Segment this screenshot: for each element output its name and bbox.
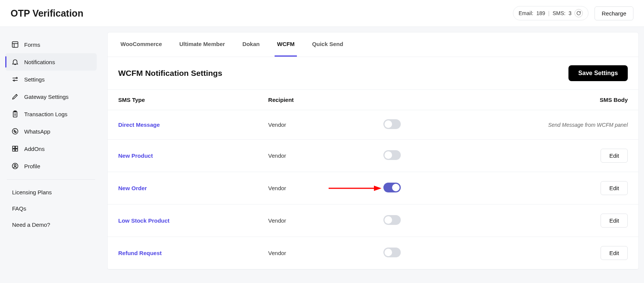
sms-credit-value: 3 [568, 10, 571, 16]
tab-ultimate-member[interactable]: Ultimate Member [177, 32, 227, 57]
sidebar-item-profile[interactable]: Profile [5, 157, 97, 175]
settings-table: SMS Type Recipient SMS Body Direct Messa… [108, 90, 638, 269]
sidebar-link-demo[interactable]: Need a Demo? [5, 217, 97, 233]
header-actions: Email:189 | SMS: 3 Recharge [513, 6, 633, 20]
col-toggle [354, 90, 430, 110]
sidebar-item-label: AddOns [24, 146, 45, 152]
svg-point-10 [14, 165, 16, 166]
clipboard-icon [11, 110, 19, 118]
sidebar-divider [7, 179, 95, 180]
sms-type-link[interactable]: Refund Request [118, 250, 162, 256]
table-row: Refund RequestVendorEdit [108, 237, 638, 269]
sidebar-item-label: Gateway Settings [24, 94, 69, 100]
tab-woocommerce[interactable]: WooCommerce [118, 32, 164, 57]
svg-marker-12 [374, 186, 381, 191]
tabs-bar: WooCommerce Ultimate Member Dokan WCFM Q… [108, 32, 638, 57]
recipient-cell: Vendor [258, 205, 354, 237]
page-header: OTP Verification Email:189 | SMS: 3 Rech… [0, 0, 644, 27]
sidebar-item-label: WhatsApp [24, 128, 50, 135]
table-row: Direct MessageVendorSend Message from WC… [108, 110, 638, 140]
col-recipient: Recipient [258, 90, 354, 110]
panel-header: WCFM Notification Settings Save Settings [108, 57, 638, 90]
grid-icon [11, 145, 19, 152]
panel-title: WCFM Notification Settings [118, 69, 222, 78]
sms-type-link[interactable]: New Product [118, 152, 153, 159]
table-row: New OrderVendorEdit [108, 172, 638, 205]
whatsapp-icon [11, 128, 19, 135]
email-credit-value: 189 [536, 10, 545, 16]
table-row: Low Stock ProductVendorEdit [108, 205, 638, 237]
recipient-cell: Vendor [258, 110, 354, 140]
sms-type-link[interactable]: New Order [118, 185, 147, 191]
enable-toggle[interactable] [383, 248, 401, 257]
tab-dokan[interactable]: Dokan [240, 32, 262, 57]
save-settings-button[interactable]: Save Settings [568, 65, 628, 81]
svg-rect-8 [15, 149, 18, 151]
sidebar-item-whatsapp[interactable]: WhatsApp [5, 123, 97, 140]
sidebar-item-transaction-logs[interactable]: Transaction Logs [5, 105, 97, 123]
col-sms-body: SMS Body [430, 90, 638, 110]
recipient-cell: Vendor [258, 172, 354, 205]
sidebar-item-label: Notifications [24, 59, 55, 65]
sidebar-item-gateway[interactable]: Gateway Settings [5, 88, 97, 105]
user-icon [11, 162, 19, 170]
sms-type-link[interactable]: Direct Message [118, 122, 160, 128]
page-title: OTP Verification [11, 8, 83, 19]
pen-icon [11, 93, 19, 100]
edit-button[interactable]: Edit [601, 246, 628, 260]
credit-balance-pill: Email:189 | SMS: 3 [513, 6, 588, 20]
sidebar-item-notifications[interactable]: Notifications [5, 53, 97, 71]
tab-wcfm[interactable]: WCFM [275, 32, 297, 57]
sidebar-item-label: Profile [24, 163, 40, 169]
sidebar-item-label: Transaction Logs [24, 111, 68, 117]
sms-type-link[interactable]: Low Stock Product [118, 217, 170, 224]
recipient-cell: Vendor [258, 140, 354, 172]
sidebar-link-licensing[interactable]: Licensing Plans [5, 184, 97, 200]
edit-button[interactable]: Edit [601, 181, 628, 195]
svg-rect-6 [15, 146, 18, 148]
enable-toggle[interactable] [383, 215, 401, 225]
tab-quick-send[interactable]: Quick Send [310, 32, 346, 57]
bell-icon [11, 58, 19, 66]
sms-body-note: Send Message from WCFM panel [548, 122, 628, 128]
main-content: WooCommerce Ultimate Member Dokan WCFM Q… [102, 27, 644, 275]
svg-point-2 [14, 80, 15, 81]
table-row: New ProductVendorEdit [108, 140, 638, 172]
sms-credit-label: SMS: [553, 10, 565, 16]
credit-separator: | [548, 10, 550, 16]
recharge-button[interactable]: Recharge [595, 6, 633, 20]
layout-icon [11, 41, 19, 48]
col-sms-type: SMS Type [108, 90, 258, 110]
sliders-icon [11, 75, 19, 83]
svg-rect-5 [12, 146, 15, 148]
sidebar-item-addons[interactable]: AddOns [5, 140, 97, 157]
sidebar-item-forms[interactable]: Forms [5, 36, 97, 53]
svg-rect-0 [12, 42, 18, 48]
refresh-icon[interactable] [575, 9, 583, 17]
enable-toggle[interactable] [383, 119, 401, 129]
sidebar: Forms Notifications Settings Gateway Set… [0, 27, 102, 275]
sidebar-item-settings[interactable]: Settings [5, 71, 97, 88]
email-credit-label: Email: [519, 10, 533, 16]
svg-point-1 [16, 77, 17, 78]
sidebar-link-faqs[interactable]: FAQs [5, 200, 97, 217]
sidebar-item-label: Settings [24, 76, 45, 83]
settings-panel: WooCommerce Ultimate Member Dokan WCFM Q… [107, 32, 639, 270]
edit-button[interactable]: Edit [601, 149, 628, 163]
sidebar-item-label: Forms [24, 42, 40, 48]
enable-toggle[interactable] [383, 183, 401, 192]
svg-rect-7 [12, 149, 15, 151]
enable-toggle[interactable] [383, 150, 401, 160]
recipient-cell: Vendor [258, 237, 354, 269]
edit-button[interactable]: Edit [601, 214, 628, 228]
